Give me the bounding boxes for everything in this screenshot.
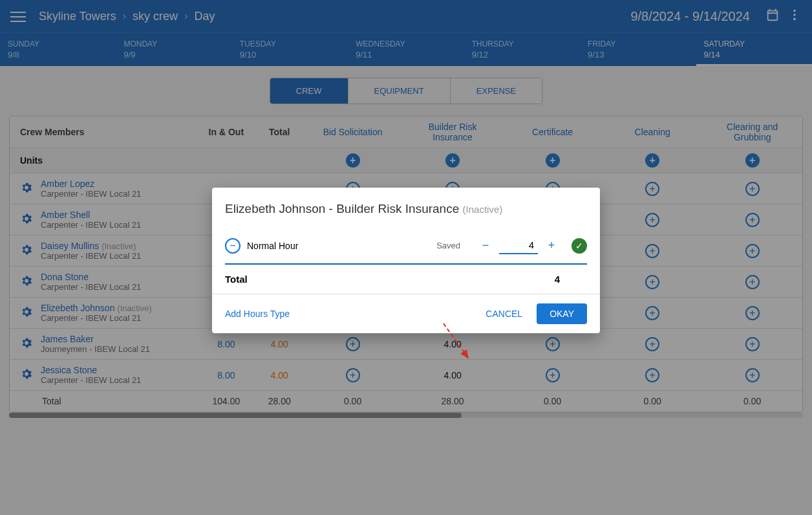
add-hours-type-link[interactable]: Add Hours Type (225, 309, 476, 319)
increment-button[interactable]: + (544, 239, 559, 253)
modal-title: Elizebeth Johnson - Builder Risk Insuran… (212, 188, 600, 228)
cancel-button[interactable]: CANCEL (476, 303, 531, 324)
confirm-check-icon[interactable]: ✓ (572, 238, 587, 254)
hour-value-input[interactable] (499, 237, 538, 254)
okay-button[interactable]: OKAY (537, 303, 587, 324)
hour-type-label: Normal Hour (247, 241, 430, 251)
remove-hour-type-button[interactable]: − (225, 238, 240, 254)
decrement-button[interactable]: − (478, 239, 493, 253)
saved-status: Saved (436, 241, 460, 250)
hours-modal: Elizebeth Johnson - Builder Risk Insuran… (212, 188, 600, 333)
modal-total-label: Total (225, 274, 528, 285)
modal-total-value: 4 (528, 274, 587, 285)
